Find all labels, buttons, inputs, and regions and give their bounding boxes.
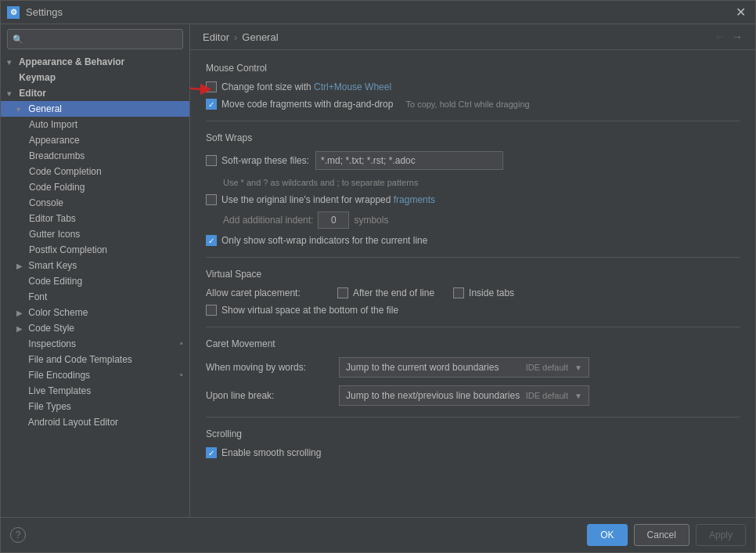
help-button[interactable]: ? bbox=[10, 527, 26, 543]
show-virtual-space-row: Show virtual space at the bottom of the … bbox=[206, 305, 740, 316]
nav-forward-button[interactable]: → bbox=[732, 31, 743, 43]
soft-wrap-checkbox[interactable] bbox=[206, 155, 217, 166]
tree-arrow: ▶ bbox=[16, 324, 26, 333]
sidebar-item-code-style[interactable]: ▶ Code Style bbox=[1, 320, 189, 336]
inside-tabs-checkbox-wrapper[interactable]: Inside tabs bbox=[453, 287, 514, 298]
upon-line-break-dropdown[interactable]: Jump to the next/previous line boundarie… bbox=[339, 385, 589, 406]
tree-arrow bbox=[16, 277, 26, 286]
panel-wrapper: Editor › General ← → Mouse Control bbox=[190, 24, 755, 517]
add-indent-input[interactable]: 0 bbox=[318, 211, 349, 229]
inspections-badge-icon: ▪ bbox=[180, 338, 183, 348]
sidebar-item-editor[interactable]: ▾ Editor bbox=[1, 85, 189, 101]
soft-wrap-hint: Use * and ? as wildcards and ; to separa… bbox=[223, 178, 418, 187]
mouse-control-title: Mouse Control bbox=[206, 63, 740, 74]
sidebar-item-code-completion[interactable]: Code Completion bbox=[1, 164, 189, 179]
allow-caret-row: Allow caret placement: After the end of … bbox=[206, 287, 740, 298]
cancel-button[interactable]: Cancel bbox=[634, 524, 689, 546]
apply-button[interactable]: Apply bbox=[696, 524, 746, 546]
add-indent-row: Add additional indent: 0 symbols bbox=[223, 211, 740, 229]
sidebar-item-file-code-templates[interactable]: File and Code Templates bbox=[1, 352, 189, 367]
main-content: 🔍 ▾ Appearance & Behavior Keymap ▾ Edito… bbox=[1, 24, 755, 517]
sidebar-item-postfix-completion[interactable]: Postfix Completion bbox=[1, 242, 189, 258]
when-moving-ide: IDE default bbox=[526, 363, 568, 372]
divider-3 bbox=[206, 327, 740, 327]
tree-arrow bbox=[16, 356, 26, 364]
soft-wrap-checkbox-wrapper[interactable]: Soft-wrap these files: bbox=[206, 155, 309, 166]
tree-arrow bbox=[16, 293, 26, 302]
sidebar-item-file-encodings[interactable]: File Encodings ▪ bbox=[1, 367, 189, 383]
only-show-indicators-row: Only show soft-wrap indicators for the c… bbox=[206, 235, 740, 246]
after-end-checkbox[interactable] bbox=[337, 287, 348, 298]
sidebar-item-code-editing[interactable]: Code Editing bbox=[1, 273, 189, 289]
smooth-scroll-checkbox[interactable] bbox=[206, 447, 217, 458]
settings-window: ⚙ Settings ✕ 🔍 ▾ Appearance & Behavior K… bbox=[0, 0, 756, 553]
move-code-checkbox[interactable] bbox=[206, 99, 217, 110]
show-indicators-checkbox[interactable] bbox=[206, 235, 217, 246]
change-font-size-checkbox-wrapper[interactable]: Change font size with Ctrl+Mouse Wheel bbox=[206, 81, 391, 92]
show-virtual-space-checkbox-wrapper[interactable]: Show virtual space at the bottom of the … bbox=[206, 305, 398, 316]
sidebar-item-console[interactable]: Console bbox=[1, 195, 189, 211]
search-input[interactable] bbox=[27, 34, 178, 45]
sidebar-item-inspections[interactable]: Inspections ▪ bbox=[1, 336, 189, 352]
add-indent-label: Add additional indent: bbox=[223, 215, 313, 226]
divider-2 bbox=[206, 257, 740, 258]
sidebar-item-file-types[interactable]: File Types bbox=[1, 399, 189, 414]
nav-back-button[interactable]: ← bbox=[715, 31, 725, 43]
move-code-hint: To copy, hold Ctrl while dragging bbox=[405, 99, 529, 109]
tree-arrow: ▾ bbox=[7, 58, 16, 67]
sidebar-item-code-folding[interactable]: Code Folding bbox=[1, 179, 189, 195]
after-end-checkbox-wrapper[interactable]: After the end of line bbox=[337, 287, 434, 298]
soft-wrap-files-input[interactable]: *.md; *.txt; *.rst; *.adoc bbox=[315, 151, 503, 170]
bottom-bar: ? OK Cancel Apply bbox=[1, 517, 755, 552]
show-indicators-label: Only show soft-wrap indicators for the c… bbox=[221, 235, 427, 246]
soft-wrap-files-row: Soft-wrap these files: *.md; *.txt; *.rs… bbox=[206, 151, 740, 170]
inside-tabs-label: Inside tabs bbox=[469, 287, 514, 298]
sidebar-item-smart-keys[interactable]: ▶ Smart Keys bbox=[1, 258, 189, 273]
upon-line-break-value: Jump to the next/previous line boundarie… bbox=[346, 390, 521, 401]
when-moving-value: Jump to the current word boundaries bbox=[346, 362, 521, 373]
upon-line-break-dropdown-arrow: ▼ bbox=[574, 392, 582, 400]
use-indent-checkbox[interactable] bbox=[206, 194, 217, 205]
add-indent-suffix: symbols bbox=[354, 215, 388, 226]
soft-wraps-title: Soft Wraps bbox=[206, 132, 740, 143]
sidebar-item-breadcrumbs[interactable]: Breadcrumbs bbox=[1, 148, 189, 164]
smooth-scroll-label: Enable smooth scrolling bbox=[221, 447, 321, 458]
move-code-checkbox-wrapper[interactable]: Move code fragments with drag-and-drop bbox=[206, 99, 393, 110]
enable-smooth-row: Enable smooth scrolling bbox=[206, 447, 740, 458]
breadcrumb-parent: Editor bbox=[203, 31, 229, 43]
change-font-size-label: Change font size with Ctrl+Mouse Wheel bbox=[221, 81, 391, 92]
breadcrumb-current: General bbox=[242, 31, 278, 43]
sidebar-item-live-templates[interactable]: Live Templates bbox=[1, 383, 189, 399]
divider-4 bbox=[206, 417, 740, 417]
change-font-size-checkbox[interactable] bbox=[206, 81, 217, 92]
file-encodings-badge-icon: ▪ bbox=[180, 370, 183, 379]
sidebar-item-editor-tabs[interactable]: Editor Tabs bbox=[1, 211, 189, 226]
sidebar-item-font[interactable]: Font bbox=[1, 289, 189, 305]
when-moving-dropdown[interactable]: Jump to the current word boundaries IDE … bbox=[339, 357, 589, 378]
use-indent-label: Use the original line's indent for wrapp… bbox=[221, 194, 435, 205]
tree-arrow bbox=[16, 387, 26, 396]
window-title: Settings bbox=[26, 6, 733, 18]
search-box[interactable]: 🔍 bbox=[7, 29, 183, 49]
use-indent-checkbox-wrapper[interactable]: Use the original line's indent for wrapp… bbox=[206, 194, 435, 205]
show-virtual-space-checkbox[interactable] bbox=[206, 305, 217, 316]
sidebar-item-appearance-behavior[interactable]: ▾ Appearance & Behavior bbox=[1, 54, 189, 70]
after-end-label: After the end of line bbox=[353, 287, 434, 298]
sidebar-item-color-scheme[interactable]: ▶ Color Scheme bbox=[1, 305, 189, 320]
sidebar-item-gutter-icons[interactable]: Gutter Icons bbox=[1, 226, 189, 242]
sidebar-item-general[interactable]: ▾ General bbox=[1, 101, 189, 117]
settings-content: Mouse Control bbox=[190, 50, 755, 517]
move-code-label: Move code fragments with drag-and-drop bbox=[221, 99, 393, 110]
sidebar-item-auto-import[interactable]: Auto Import bbox=[1, 117, 189, 132]
sidebar-item-keymap[interactable]: Keymap bbox=[1, 70, 189, 85]
ok-button[interactable]: OK bbox=[587, 524, 627, 546]
close-button[interactable]: ✕ bbox=[733, 5, 749, 20]
smooth-scroll-checkbox-wrapper[interactable]: Enable smooth scrolling bbox=[206, 447, 321, 458]
sidebar-item-android-layout-editor[interactable]: Android Layout Editor bbox=[1, 414, 189, 430]
sidebar: 🔍 ▾ Appearance & Behavior Keymap ▾ Edito… bbox=[1, 24, 190, 517]
sidebar-item-appearance[interactable]: Appearance bbox=[1, 132, 189, 148]
move-code-fragments-row: Move code fragments with drag-and-drop T… bbox=[206, 99, 740, 110]
inside-tabs-checkbox[interactable] bbox=[453, 287, 464, 298]
show-indicators-checkbox-wrapper[interactable]: Only show soft-wrap indicators for the c… bbox=[206, 235, 427, 246]
nav-arrows: ← → bbox=[715, 31, 743, 43]
